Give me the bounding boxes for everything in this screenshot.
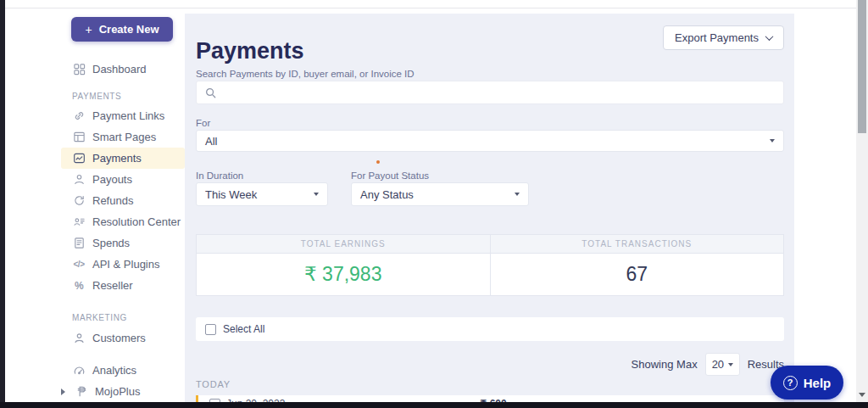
duration-filter-select[interactable]: This Week xyxy=(196,182,328,206)
window-left-edge xyxy=(0,0,5,408)
sidebar-item-customers[interactable]: Customers xyxy=(61,327,185,349)
sidebar-section-marketing: MARKETING xyxy=(5,313,185,322)
sidebar-item-api-plugins[interactable]: </> API & Plugins xyxy=(61,254,185,275)
sidebar-item-payments[interactable]: Payments xyxy=(61,148,185,169)
duration-filter-value: This Week xyxy=(205,188,257,201)
sidebar-group-bottom: Analytics MojoPlus xyxy=(5,360,185,402)
for-filter-label: For xyxy=(196,118,210,128)
caret-down-icon xyxy=(314,193,319,196)
sidebar-item-label: Refunds xyxy=(92,194,133,207)
sidebar-item-dashboard[interactable]: Dashboard xyxy=(61,59,185,80)
caret-right-icon xyxy=(61,388,65,395)
for-filter-value: All xyxy=(205,135,217,148)
payout-status-filter-label: For Payout Status xyxy=(351,170,429,181)
plus-icon: + xyxy=(86,23,92,36)
caret-down-icon xyxy=(515,193,520,196)
showing-max-prefix: Showing Max xyxy=(632,358,698,371)
sidebar: + Create New Dashboard PAYMENTS Payment … xyxy=(5,0,185,403)
code-icon: </> xyxy=(72,258,86,271)
payout-hand-icon xyxy=(72,173,86,187)
sidebar-item-spends[interactable]: Spends xyxy=(61,232,185,254)
payout-status-filter-select[interactable]: Any Status xyxy=(351,182,529,206)
select-all-label: Select All xyxy=(223,323,264,335)
sidebar-group-payments: Payment Links Smart Pages Payments Payou… xyxy=(5,105,185,296)
notification-dot xyxy=(376,160,380,164)
sidebar-item-label: Dashboard xyxy=(92,63,147,75)
create-new-label: Create New xyxy=(99,23,159,36)
search-label: Search Payments by ID, buyer email, or I… xyxy=(196,69,415,79)
sidebar-item-label: Resolution Center xyxy=(92,215,181,228)
sidebar-item-label: MojoPlus xyxy=(95,385,140,398)
sidebar-item-label: Smart Pages xyxy=(92,131,156,143)
total-earnings-header: TOTAL EARNINGS xyxy=(197,235,490,253)
sidebar-item-payment-links[interactable]: Payment Links xyxy=(61,105,185,126)
sidebar-item-label: Spends xyxy=(92,237,130,249)
export-payments-button[interactable]: Export Payments xyxy=(663,25,784,50)
sidebar-item-smart-pages[interactable]: Smart Pages xyxy=(61,126,185,148)
receipt-icon xyxy=(72,237,86,250)
link-icon xyxy=(72,109,86,123)
person-icon xyxy=(72,332,86,345)
sidebar-section-payments: PAYMENTS xyxy=(5,92,185,101)
sidebar-item-reseller[interactable]: % Reseller xyxy=(61,275,185,296)
sidebar-item-label: Payments xyxy=(92,152,142,165)
top-divider xyxy=(0,8,856,8)
sidebar-group-marketing: Customers xyxy=(5,327,185,349)
scrollbar-down-arrow-icon[interactable] xyxy=(859,393,865,397)
payments-page: Payments Export Payments Search Payments… xyxy=(185,14,794,403)
total-transactions-header: TOTAL TRANSACTIONS xyxy=(490,235,784,253)
sidebar-item-label: Payment Links xyxy=(92,109,164,122)
sidebar-item-refunds[interactable]: Refunds xyxy=(61,190,185,211)
total-earnings-value: ₹ 37,983 xyxy=(197,254,490,295)
group-label-today: TODAY xyxy=(196,379,231,389)
gauge-icon xyxy=(72,364,86,377)
question-mark-icon: ? xyxy=(783,376,798,390)
payments-chart-icon xyxy=(72,152,86,165)
chevron-down-icon xyxy=(765,32,774,41)
sidebar-item-mojoplus[interactable]: MojoPlus xyxy=(61,381,185,402)
sidebar-item-label: Reseller xyxy=(92,279,133,292)
search-box[interactable] xyxy=(196,81,784,104)
resolution-people-icon xyxy=(72,215,86,229)
sidebar-item-label: Customers xyxy=(92,332,146,344)
search-icon xyxy=(205,87,216,98)
create-new-button[interactable]: + Create New xyxy=(71,17,173,42)
select-all-bar: Select All xyxy=(196,317,784,341)
page-title: Payments xyxy=(196,38,304,64)
search-input[interactable] xyxy=(223,81,783,103)
sidebar-item-resolution-center[interactable]: Resolution Center xyxy=(61,211,185,232)
select-all-checkbox[interactable] xyxy=(205,324,216,335)
caret-down-icon xyxy=(728,363,733,366)
refund-arrow-icon xyxy=(72,194,86,208)
sidebar-item-label: Payouts xyxy=(92,173,132,186)
showing-max-select[interactable]: 20 xyxy=(705,353,740,376)
help-label: Help xyxy=(804,376,832,390)
sidebar-item-label: API & Plugins xyxy=(92,258,160,271)
showing-max-value: 20 xyxy=(712,358,724,371)
sidebar-item-label: Analytics xyxy=(92,364,136,377)
for-filter-select[interactable]: All xyxy=(196,130,784,152)
totals-summary-table: TOTAL EARNINGS TOTAL TRANSACTIONS ₹ 37,9… xyxy=(196,234,784,296)
percent-icon: % xyxy=(72,279,86,293)
showing-max-control: Showing Max 20 Results xyxy=(632,353,784,376)
duration-filter-label: In Duration xyxy=(196,170,243,181)
scrollbar-track[interactable] xyxy=(856,0,868,403)
app-window: + Create New Dashboard PAYMENTS Payment … xyxy=(0,0,868,408)
scrollbar-thumb[interactable] xyxy=(858,0,866,133)
mojoplus-p-icon xyxy=(75,385,88,399)
dashboard-grid-icon xyxy=(72,63,86,76)
help-button[interactable]: ? Help xyxy=(771,366,843,400)
sidebar-item-analytics[interactable]: Analytics xyxy=(61,360,185,381)
sidebar-item-payouts[interactable]: Payouts xyxy=(61,169,185,190)
payout-status-filter-value: Any Status xyxy=(360,188,414,201)
window-bottom-edge xyxy=(0,402,868,408)
caret-down-icon xyxy=(770,139,775,143)
page-layout-icon xyxy=(72,131,86,144)
total-transactions-value: 67 xyxy=(490,254,784,295)
export-payments-label: Export Payments xyxy=(675,31,759,44)
